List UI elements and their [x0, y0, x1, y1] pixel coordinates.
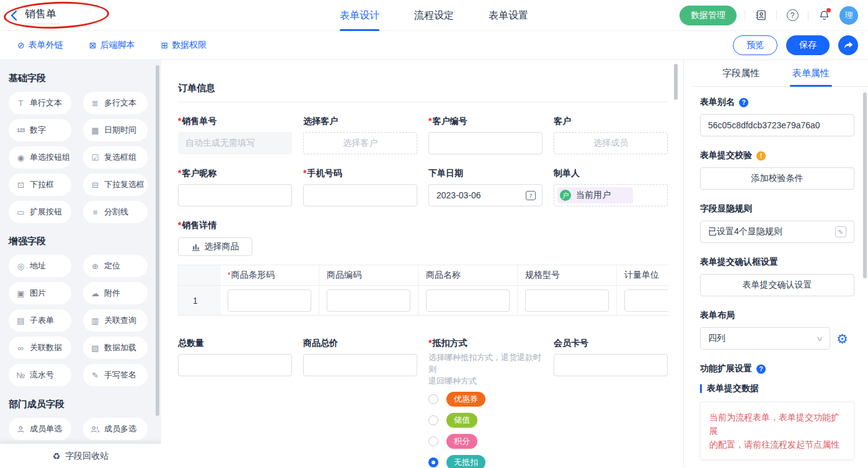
section-divider — [178, 102, 668, 102]
field-goods-total-price[interactable]: 商品总价 — [303, 338, 417, 376]
edit-icon[interactable]: ✎ — [835, 226, 846, 237]
notification-bell-icon[interactable] — [817, 8, 831, 23]
goods-total-price-input[interactable] — [303, 354, 417, 376]
submit-confirm-button[interactable]: 表单提交确认设置 — [700, 274, 854, 296]
chevron-down-icon: ∨ — [816, 335, 823, 343]
panel-scrollbar[interactable] — [863, 92, 867, 278]
layout-gear-icon[interactable]: ⚙ — [836, 332, 848, 345]
field-pill-signature[interactable]: ✎手写签名 — [83, 364, 148, 386]
radio-option-no-deduction[interactable]: 无抵扣 — [428, 455, 542, 468]
form-alias-input[interactable]: 56c05c8dfdcb3723e79a76a0 — [700, 114, 854, 136]
field-order-maker[interactable]: 制单人 户 当前用户 — [554, 168, 668, 206]
field-pill-multi-line-text[interactable]: ≣多行文本 — [83, 92, 148, 114]
unit-input[interactable] — [624, 289, 668, 312]
field-customer[interactable]: 客户 选择成员 — [554, 116, 668, 154]
member-card-no-input[interactable] — [554, 354, 668, 376]
properties-panel: 字段属性 表单属性 表单别名? 56c05c8dfdcb3723e79a76a0… — [683, 60, 868, 468]
field-choose-customer[interactable]: 选择客户 选择客户 — [303, 116, 417, 154]
field-pill-datetime[interactable]: ▦日期时间 — [83, 119, 148, 141]
canvas-scrollbar[interactable] — [674, 64, 678, 100]
field-deduction-method[interactable]: *抵扣方式 选择哪种抵扣方式，退货退款时则 退回哪种方式 优惠券 储值 积分 — [428, 338, 542, 468]
save-button[interactable]: 保存 — [786, 35, 830, 55]
add-validation-button[interactable]: 添加校验条件 — [700, 167, 854, 190]
goods-name-input[interactable] — [426, 289, 510, 312]
form-external-link[interactable]: ⊘表单外链 — [17, 40, 63, 51]
field-pill-extend-button[interactable]: ▭扩展按钮 — [9, 201, 71, 223]
help-icon[interactable]: ? — [785, 8, 800, 23]
field-phone-number[interactable]: *手机号码 — [303, 168, 417, 206]
field-pill-image[interactable]: ▣图片 — [9, 282, 71, 304]
field-customer-no[interactable]: *客户编号 — [428, 116, 542, 154]
field-pill-single-line-text[interactable]: T单行文本 — [9, 92, 71, 114]
field-pill-linked-query[interactable]: ▥关联查询 — [83, 309, 148, 332]
choose-member-button[interactable]: 选择成员 — [554, 132, 668, 154]
field-customer-nickname[interactable]: *客户昵称 — [178, 168, 292, 206]
number-icon: 123 — [16, 127, 26, 133]
radio-option-stored-value[interactable]: 储值 — [428, 413, 542, 428]
tab-form-properties[interactable]: 表单属性 — [792, 60, 830, 87]
sales-order-no-input[interactable]: 自动生成无需填写 — [178, 132, 292, 154]
question-icon[interactable]: ? — [756, 364, 766, 374]
field-pill-select[interactable]: ⊡下拉框 — [9, 174, 71, 196]
radio-icon[interactable] — [428, 436, 438, 446]
order-date-input[interactable]: 2023-03-06 7 — [428, 184, 542, 206]
order-maker-field[interactable]: 户 当前用户 — [554, 184, 668, 206]
section-title-member-fields: 部门成员字段 — [9, 399, 161, 410]
sidebar-scrollbar[interactable] — [156, 65, 159, 416]
radio-option-coupon[interactable]: 优惠券 — [428, 392, 542, 407]
tab-form-setting[interactable]: 表单设置 — [489, 0, 528, 31]
field-pill-linked-data[interactable]: ∞关联数据 — [9, 337, 71, 359]
field-pill-member-multi[interactable]: 成员多选 — [83, 418, 148, 440]
field-pill-radio-group[interactable]: ◉单选按钮组 — [9, 146, 71, 169]
select-goods-button[interactable]: 选择商品 — [178, 237, 252, 256]
spec-model-input[interactable] — [525, 289, 609, 312]
avatar[interactable]: 理 — [839, 6, 858, 25]
back-button[interactable] — [10, 10, 17, 21]
preview-button[interactable]: 预览 — [733, 35, 777, 55]
form-name[interactable]: 销售单 — [25, 7, 59, 24]
field-pill-subform[interactable]: ▤子表单 — [9, 309, 71, 332]
field-pill-attachment[interactable]: ☁附件 — [83, 282, 148, 304]
field-total-quantity[interactable]: 总数量 — [178, 338, 292, 376]
radio-icon[interactable] — [428, 415, 438, 425]
field-pill-location[interactable]: ⊕定位 — [83, 255, 148, 277]
visibility-rules-box[interactable]: 已设置4个显隐规则 ✎ — [700, 221, 854, 243]
order-date-value: 2023-03-06 — [436, 190, 481, 200]
field-pill-checkbox-group[interactable]: ☑复选框组 — [83, 146, 148, 169]
field-pill-divider[interactable]: ≡分割线 — [83, 201, 148, 223]
tab-field-properties[interactable]: 字段属性 — [722, 60, 760, 87]
goods-code-input[interactable] — [327, 289, 410, 312]
field-pill-address[interactable]: ◎地址 — [9, 255, 71, 277]
field-recycle-bin[interactable]: ♻字段回收站 — [0, 444, 161, 468]
field-order-date[interactable]: 下单日期 2023-03-06 7 — [428, 168, 542, 206]
table-cell-goods-name — [418, 286, 518, 316]
field-pill-number[interactable]: 123数字 — [9, 119, 71, 141]
phone-number-input[interactable] — [303, 184, 417, 206]
field-member-card-no[interactable]: 会员卡号 — [554, 338, 668, 376]
total-quantity-input[interactable] — [178, 354, 292, 376]
contact-book-icon[interactable] — [753, 8, 768, 23]
field-pill-multi-select[interactable]: ⊟下拉复选框 — [83, 174, 148, 196]
layout-select[interactable]: 四列 ∨ — [700, 327, 830, 350]
radio-icon-selected[interactable] — [428, 457, 438, 467]
radio-option-points[interactable]: 积分 — [428, 434, 542, 449]
table-cell-unit — [617, 286, 668, 316]
field-pill-data-load[interactable]: ▧数据加载 — [83, 337, 148, 359]
choose-customer-button[interactable]: 选择客户 — [303, 132, 417, 154]
field-pill-member-single[interactable]: 成员单选 — [9, 418, 71, 440]
data-permission-link[interactable]: ⊞数据权限 — [161, 40, 206, 51]
field-sales-order-no[interactable]: *销售单号 自动生成无需填写 — [178, 116, 292, 154]
tab-form-design[interactable]: 表单设计 — [340, 0, 379, 31]
radio-icon[interactable] — [428, 394, 438, 404]
data-manage-button[interactable]: 数据管理 — [680, 6, 737, 25]
tab-flow-setting[interactable]: 流程设定 — [414, 0, 454, 31]
customer-nickname-input[interactable] — [178, 184, 292, 206]
field-pill-serial-number[interactable]: №流水号 — [9, 364, 71, 386]
question-icon[interactable]: ? — [739, 98, 748, 107]
warning-icon[interactable]: ! — [756, 151, 766, 161]
customer-no-input[interactable] — [428, 132, 542, 154]
barcode-input[interactable] — [228, 289, 311, 312]
backend-script-link[interactable]: ⊠后端脚本 — [89, 40, 135, 51]
datetime-icon: ▦ — [90, 126, 100, 135]
share-button[interactable] — [838, 35, 858, 55]
